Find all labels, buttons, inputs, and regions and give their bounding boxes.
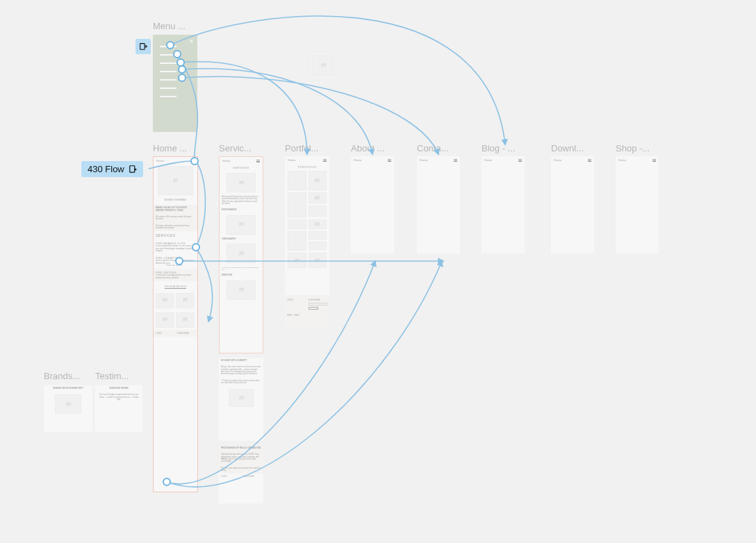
hamburger-icon[interactable] — [388, 159, 391, 162]
brands-frame[interactable]: BRANDS WE'VE WORKED WITH — [44, 385, 92, 432]
footer-links: LINKS — [156, 332, 174, 335]
hamburger-icon[interactable] — [256, 160, 260, 162]
instagram-link[interactable]: FOLLOW ALONG ON IG — [154, 284, 197, 290]
svc2-link[interactable]: FIND OUT MORE → — [156, 265, 195, 267]
contact-frame[interactable]: Fictive — [417, 156, 460, 253]
brands-heading: BRANDS WE'VE WORKED WITH — [44, 385, 92, 392]
page-label-about: About ... — [351, 143, 393, 153]
testimonials-frame[interactable]: SOME KIND WORDS The team brought excepti… — [95, 385, 142, 432]
testi-heading: SOME KIND WORDS — [95, 385, 142, 392]
close-icon[interactable] — [190, 39, 193, 42]
page-label-portfolio: Portfol... — [285, 143, 327, 153]
menu-items — [160, 46, 176, 97]
hamburger-icon[interactable] — [652, 159, 656, 162]
flow-play-icon — [129, 165, 138, 174]
testimonials-label: Testim... — [95, 371, 142, 381]
menu-frame[interactable] — [153, 35, 197, 132]
svc-p3: DIRECTION — [220, 272, 263, 278]
why-note: * Pricing is a guide only and accurate q… — [219, 378, 263, 387]
services-heading: SERVICES — [220, 164, 263, 172]
svc-p1: PHOTOGRAPHY — [220, 207, 263, 213]
flow-badge-label: 430 Flow — [88, 164, 124, 174]
hamburger-icon[interactable] — [323, 159, 327, 162]
downloads-frame[interactable]: Fictive — [551, 156, 594, 253]
hamburger-icon[interactable] — [588, 159, 591, 162]
why-title: SO WHAT SETS US APART? — [219, 358, 263, 364]
page-header-services: Fictive — [220, 157, 263, 164]
pricing-body2: Our aim: you always know where the spend… — [219, 465, 263, 474]
mission-body2: Our team will craft a narrative that tur… — [154, 223, 197, 232]
mission-title: BRAND VISUALS OF YOUR MOST WANTED PRODUC… — [154, 205, 197, 214]
svc3-body: Commission a bespoke portrait or printed… — [156, 274, 195, 279]
page-label-services: Servic... — [219, 143, 261, 153]
brands-label: Brands... — [44, 371, 92, 381]
page-header-home: Fictive — [154, 157, 197, 164]
page-label-blog: Blog - ... — [482, 143, 523, 153]
svg-rect-10 — [130, 165, 135, 172]
page-label-home: Home ... — [153, 143, 195, 153]
portfolio-extra-label: PREV / NEXT — [285, 312, 329, 319]
svc2-body: Need a refresh? Personal branding sessio… — [156, 260, 195, 265]
page-header-portfolio: Fictive — [285, 156, 329, 163]
blog-frame[interactable]: Fictive — [482, 156, 525, 253]
flow-start-icon[interactable] — [135, 39, 151, 54]
footer-subscribe: SUBSCRIBE — [309, 299, 328, 301]
portfolio-footer-frame[interactable]: LINKS SUBSCRIBE PREV / NEXT — [285, 296, 329, 328]
prototype-connectors — [0, 0, 756, 543]
hero-tag: ELEVATE YOUR BRAND — [154, 197, 197, 203]
hamburger-icon[interactable] — [518, 159, 522, 162]
testi-body: The team brought exceptional direction t… — [95, 392, 142, 403]
footer-subscribe: SUBSCRIBE — [177, 332, 196, 335]
page-label-contact: Conta... — [417, 143, 459, 153]
services-frame-pricing[interactable]: PRICE RANGES OF SKILLS, CAPABILITIES Sta… — [219, 445, 263, 503]
hero-image — [158, 166, 193, 195]
svc-p2: VIDEOGRAPHY — [220, 236, 263, 242]
mission-body: We create still & moving content that ge… — [154, 214, 197, 223]
services-heading: SERVICES — [154, 231, 197, 240]
services-frame[interactable]: Fictive SERVICES Below you'll find prici… — [219, 156, 263, 353]
portfolio-frame[interactable]: Fictive PORTFOLIO — [285, 156, 329, 295]
hamburger-icon[interactable] — [454, 159, 457, 162]
page-label-shop: Shop -... — [616, 143, 657, 153]
portfolio-heading: PORTFOLIO — [285, 163, 329, 171]
pricing-title: PRICE RANGES OF SKILLS, CAPABILITIES — [219, 445, 263, 451]
svc1-body: We've worked with brands, so let's creat… — [156, 245, 195, 252]
why-body: Being a duo team means we share crew cos… — [219, 364, 263, 377]
menu-frame-label: Menu ... — [153, 21, 197, 31]
page-label-downloads: Downl... — [551, 143, 593, 153]
about-frame[interactable]: Fictive — [351, 156, 394, 253]
services-frame-why[interactable]: SO WHAT SETS US APART? Being a duo team … — [219, 358, 263, 441]
footer-links: LINKS — [287, 299, 306, 310]
services-intro: Below you'll find pricing, but every sho… — [220, 194, 263, 207]
hamburger-icon[interactable] — [191, 160, 195, 162]
footer-links: LINKS — [221, 475, 240, 478]
shop-frame[interactable]: Fictive — [616, 156, 659, 253]
footer-subscribe: SUBSCRIBE — [243, 475, 261, 478]
flow-badge[interactable]: 430 Flow — [81, 161, 143, 177]
floating-image-frame[interactable] — [311, 54, 335, 76]
pricing-body: Standard full-day stills starts at £1,00… — [219, 451, 263, 465]
home-frame[interactable]: Fictive ELEVATE YOUR BRAND BRAND VISUALS… — [153, 156, 198, 492]
svg-rect-9 — [140, 43, 145, 49]
